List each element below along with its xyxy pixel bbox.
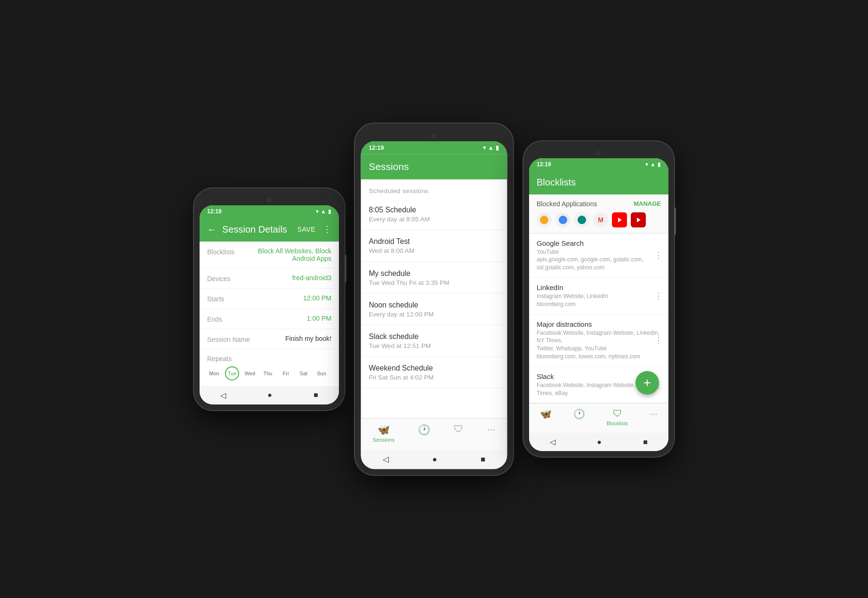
section-header-scheduled: Scheduled sessions — [361, 179, 507, 198]
detail-row-devices[interactable]: Devices fred-android3 — [200, 268, 339, 289]
detail-row-starts[interactable]: Starts 12:00 PM — [200, 289, 339, 309]
session-item-3[interactable]: My schedule Tue Wed Thu Fri at 3:35 PM — [361, 262, 507, 293]
app-icon-chrome — [555, 212, 571, 227]
status-time-3: 12:19 — [537, 161, 551, 168]
value-devices: fred-android3 — [235, 274, 331, 282]
day-thu[interactable]: Thu — [261, 366, 275, 380]
day-fri[interactable]: Fri — [279, 366, 293, 380]
app-bar-1: ← Session Details SAVE ⋮ — [200, 218, 339, 242]
more-nav-icon-3: ··· — [650, 408, 658, 419]
back-sys-btn[interactable]: ◁ — [220, 391, 226, 400]
session-time-5: Tue Wed at 12:51 PM — [369, 342, 499, 349]
session-item-2[interactable]: Android Test Wed at 8:00 AM — [361, 230, 507, 262]
battery-icon-2: ▮ — [496, 144, 499, 151]
status-time-2: 12:19 — [369, 144, 384, 151]
nav-clock[interactable]: 🕐 — [418, 423, 430, 443]
wifi-icon-3: ▾ — [645, 161, 648, 168]
session-time-3: Tue Wed Thu Fri at 3:35 PM — [369, 278, 499, 286]
signal-icon-3: ▲ — [650, 161, 656, 168]
more-nav-icon: ··· — [487, 423, 496, 435]
system-nav-1: ◁ ● ■ — [200, 386, 339, 404]
detail-row-blocklists[interactable]: Blocklists Block All Websites, Block And… — [200, 242, 339, 268]
back-sys-btn-3[interactable]: ◁ — [550, 437, 555, 446]
label-session-name: Session Name — [207, 335, 250, 343]
system-nav-2: ◁ ● ■ — [361, 450, 507, 469]
nav-clock-3[interactable]: 🕐 — [573, 408, 585, 426]
app-bar-2: Sessions — [361, 154, 507, 179]
blocked-apps-header: Blocked Applications MANAGE — [537, 200, 661, 208]
wifi-icon: ▾ — [316, 208, 319, 215]
blocklist-item-2[interactable]: LinkedIn Instagram Website, LinkedInbloo… — [529, 278, 668, 315]
phone-1-screen: 12:19 ▾ ▲ ▮ ← Session Details SAVE ⋮ — [200, 205, 339, 404]
blocklist-name-2: LinkedIn — [537, 283, 661, 291]
day-sat[interactable]: Sat — [297, 366, 311, 380]
session-item-1[interactable]: 8:05 Schedule Every day at 8:05 AM — [361, 198, 507, 230]
blocklist-sub-1: YouTubeapis.google.com, google.com, gsta… — [537, 248, 661, 272]
status-icons-3: ▾ ▲ ▮ — [645, 161, 661, 168]
blocklist-sub-3: Facebook Website, Instagram Website, Lin… — [537, 329, 661, 361]
clock-icon: 🕐 — [418, 423, 430, 435]
session-time-1: Every day at 8:05 AM — [369, 215, 499, 223]
page-title-2: Sessions — [369, 161, 409, 172]
value-ends: 1:00 PM — [227, 315, 331, 322]
blocklist-item-1[interactable]: Google Search YouTubeapis.google.com, go… — [529, 234, 668, 278]
blocklist-item-3[interactable]: Major distractions Facebook Website, Ins… — [529, 315, 668, 367]
value-starts: 12:00 PM — [229, 294, 331, 302]
home-sys-btn-3[interactable]: ● — [597, 438, 602, 446]
nav-blocklist[interactable]: 🛡 — [454, 423, 464, 443]
manage-button[interactable]: MANAGE — [634, 200, 661, 207]
label-blocklists: Blocklists — [207, 247, 234, 256]
wifi-icon-2: ▾ — [483, 144, 486, 151]
blocklist-more-3[interactable]: ⋮ — [654, 335, 663, 346]
repeats-section: Repeats Mon Tue Wed Thu Fri Sat Sun — [200, 349, 339, 386]
value-blocklists: Block All Websites, Block Android Apps — [239, 247, 331, 262]
label-starts: Starts — [207, 294, 225, 303]
svg-point-1 — [559, 216, 567, 224]
label-devices: Devices — [207, 274, 231, 283]
app-icon-google — [537, 212, 552, 227]
recents-sys-btn[interactable]: ■ — [313, 391, 318, 399]
nav-more[interactable]: ··· — [487, 423, 496, 443]
nav-more-3[interactable]: ··· — [650, 408, 658, 426]
phone-2: 12:19 ▾ ▲ ▮ Sessions Scheduled sessions … — [355, 123, 513, 475]
status-icons-2: ▾ ▲ ▮ — [483, 144, 499, 151]
status-time-1: 12:19 — [207, 208, 222, 215]
shield-icon-3: 🛡 — [613, 408, 622, 419]
session-name-2: Android Test — [369, 237, 499, 245]
phone-3-screen: 12:19 ▾ ▲ ▮ Blocklists Blocked Applicati… — [529, 158, 668, 452]
day-tue[interactable]: Tue — [225, 366, 239, 380]
svg-marker-3 — [618, 218, 622, 222]
detail-row-ends[interactable]: Ends 1:00 PM — [200, 309, 339, 329]
label-ends: Ends — [207, 315, 222, 323]
detail-row-name[interactable]: Session Name Finish my book! — [200, 329, 339, 349]
session-item-5[interactable]: Slack schedule Tue Wed at 12:51 PM — [361, 325, 507, 356]
blocked-apps-section: Blocked Applications MANAGE M — [529, 194, 668, 234]
app-icon-yt1 — [612, 212, 627, 227]
back-sys-btn-2[interactable]: ◁ — [383, 454, 389, 464]
home-sys-btn[interactable]: ● — [267, 391, 272, 399]
session-item-4[interactable]: Noon schedule Every day at 12:00 PM — [361, 293, 507, 325]
svg-point-0 — [540, 216, 548, 224]
nav-sessions[interactable]: 🦋 Sessions — [372, 423, 394, 443]
bottom-nav-2: 🦋 Sessions 🕐 🛡 ··· — [361, 418, 507, 450]
home-sys-btn-2[interactable]: ● — [432, 455, 437, 464]
blocklist-more-2[interactable]: ⋮ — [654, 291, 663, 301]
blocklist-sub-2: Instagram Website, LinkedInbloomberg.com — [537, 292, 661, 308]
more-icon[interactable]: ⋮ — [323, 224, 331, 234]
day-wed[interactable]: Wed — [243, 366, 257, 380]
day-mon[interactable]: Mon — [207, 366, 221, 380]
nav-sessions-3[interactable]: 🦋 — [540, 408, 552, 426]
recents-sys-btn-3[interactable]: ■ — [643, 438, 648, 446]
back-button[interactable]: ← — [207, 224, 217, 235]
session-item-6[interactable]: Weekend Schedule Fri Sat Sun at 4:02 PM — [361, 356, 507, 388]
camera-dot — [267, 198, 272, 202]
repeats-label: Repeats — [207, 355, 331, 363]
shield-icon: 🛡 — [454, 423, 464, 435]
day-sun[interactable]: Sun — [314, 366, 329, 380]
blocklist-name-1: Google Search — [537, 239, 661, 247]
blocklist-more-1[interactable]: ⋮ — [654, 250, 663, 260]
recents-sys-btn-2[interactable]: ■ — [481, 455, 485, 464]
save-button[interactable]: SAVE — [297, 226, 315, 233]
app-icons-row: M — [537, 212, 661, 227]
nav-blocklists-3[interactable]: 🛡 Blocklists — [607, 408, 628, 426]
